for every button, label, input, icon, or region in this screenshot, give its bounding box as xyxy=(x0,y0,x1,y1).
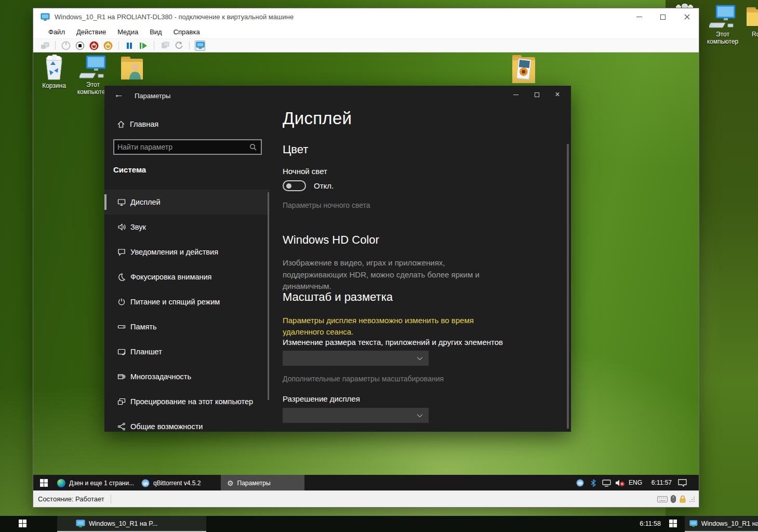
sidebar-item-tablet[interactable]: Планшет xyxy=(104,339,270,364)
sound-icon xyxy=(117,223,126,231)
ctrl-alt-del-icon xyxy=(41,42,49,49)
sidebar-item-shared-experiences[interactable]: Общие возможности xyxy=(104,414,270,432)
host-desktop-icon-this-pc[interactable]: Этот компьютер xyxy=(706,4,740,46)
night-light-label: Ночной свет xyxy=(283,167,327,176)
settings-main-pane: Дисплей Цвет Ночной свет Откл. Параметры… xyxy=(283,86,563,432)
tray-network-icon[interactable] xyxy=(600,475,613,491)
host-taskbar-item-vm[interactable]: Windows_10_R1 на P... xyxy=(57,516,206,532)
tray-qbittorrent-icon[interactable]: qb xyxy=(574,475,586,491)
shutdown-button[interactable] xyxy=(89,41,99,51)
save-state-button[interactable] xyxy=(103,41,113,51)
sidebar-item-label: Память xyxy=(130,323,157,331)
sidebar-item-notifications[interactable]: Уведомления и действия xyxy=(104,240,270,264)
action-center-icon[interactable] xyxy=(675,475,689,491)
scale-dropdown[interactable] xyxy=(283,351,429,366)
turn-off-button[interactable] xyxy=(75,41,85,51)
folder-icon xyxy=(744,4,758,29)
vm-minimize-button[interactable] xyxy=(627,8,651,25)
vm-desktop-icon-pictures-folder[interactable] xyxy=(505,53,542,86)
vm-desktop-icon-recycle-bin[interactable]: Корзина xyxy=(35,55,73,89)
sidebar-item-multitasking[interactable]: Многозадачность xyxy=(104,364,270,389)
resolution-label: Разрешение дисплея xyxy=(283,394,360,403)
sidebar-item-home[interactable]: Главная xyxy=(104,115,270,134)
advanced-scaling-link[interactable]: Дополнительные параметры масштабирования xyxy=(283,375,444,383)
edge-icon xyxy=(57,479,65,487)
focus-assist-icon xyxy=(117,273,126,281)
settings-scrollbar[interactable] xyxy=(567,144,569,429)
checkpoint-icon xyxy=(161,42,169,49)
sidebar-item-storage[interactable]: Память xyxy=(104,314,270,339)
menu-view[interactable]: Вид xyxy=(144,26,168,37)
resolution-dropdown[interactable] xyxy=(283,408,429,423)
host-start-button-secondary[interactable] xyxy=(669,520,677,527)
vmconnect-icon xyxy=(76,520,85,528)
night-light-toggle[interactable] xyxy=(283,180,306,191)
sidebar-item-label: Дисплей xyxy=(130,198,161,206)
sidebar-item-label: Фокусировка внимания xyxy=(130,273,211,281)
vm-desktop-icon-user-folder[interactable] xyxy=(113,55,151,83)
power-button-disabled[interactable] xyxy=(61,41,71,51)
enhanced-session-button[interactable] xyxy=(195,41,205,51)
sidebar-item-power-sleep[interactable]: Питание и спящий режим xyxy=(104,289,270,314)
host-desktop-icon-folder[interactable]: Ron xyxy=(742,4,758,38)
host-taskbar-item-vm-secondary[interactable]: Windows_10_R1 на P. xyxy=(685,516,758,532)
vm-taskbar-item-settings[interactable]: ⚙ Параметры xyxy=(221,475,304,491)
hdr-section-heading: Windows HD Color xyxy=(283,233,379,247)
tray-volume-muted-icon[interactable] xyxy=(613,475,627,491)
sidebar-item-sound[interactable]: Звук xyxy=(104,215,270,240)
windows-logo-icon xyxy=(669,520,677,527)
host-taskbar: Windows_10_R1 на P... 6:11:58 Windows_10… xyxy=(0,516,758,532)
vm-statusbar: Состояние: Работает xyxy=(33,490,699,507)
hdr-description: Изображение в видео, играх и приложениях… xyxy=(283,257,505,292)
ctrl-alt-del-button[interactable] xyxy=(39,41,50,51)
host-recycle-bin-icon[interactable] xyxy=(673,0,695,8)
menu-file[interactable]: Файл xyxy=(43,26,71,37)
sidebar-scrollbar[interactable] xyxy=(268,192,269,400)
qbittorrent-icon: qb xyxy=(141,479,150,487)
sidebar-section-label: Система xyxy=(113,165,146,174)
night-light-settings-link[interactable]: Параметры ночного света xyxy=(283,201,370,209)
sidebar-item-label: Уведомления и действия xyxy=(130,248,218,256)
home-icon xyxy=(117,120,125,128)
toolbar-separator xyxy=(154,41,154,50)
gear-icon: ⚙ xyxy=(227,480,234,487)
taskbar-item-label: Дзен и еще 1 страни... xyxy=(69,480,134,487)
tray-bluetooth-icon[interactable] xyxy=(588,475,599,491)
host-clock[interactable]: 6:11:58 xyxy=(613,516,661,532)
remote-session-warning: Параметры дисплея невозможно изменить во… xyxy=(283,315,510,338)
menu-help[interactable]: Справка xyxy=(168,26,206,37)
vm-connection-window: Windows_10_R1 на PROLIANT-DL380 - подклю… xyxy=(33,8,699,508)
dual-monitor-desktop: Этот компьютер Ron Windows_10_R1 на PROL… xyxy=(0,0,758,532)
sidebar-item-display[interactable]: Дисплей xyxy=(104,190,270,215)
sidebar-item-label: Звук xyxy=(130,223,146,231)
vm-menubar: Файл Действие Медиа Вид Справка xyxy=(33,25,699,38)
this-pc-icon xyxy=(709,4,736,29)
vm-taskbar-clock[interactable]: 6:11:57 xyxy=(647,475,672,491)
host-start-button[interactable] xyxy=(19,520,26,527)
menu-media[interactable]: Медиа xyxy=(112,26,144,37)
revert-button[interactable] xyxy=(174,41,184,51)
resize-grip[interactable] xyxy=(689,496,695,502)
vm-start-button[interactable] xyxy=(36,475,51,491)
tray-language-indicator[interactable]: ENG xyxy=(629,475,642,491)
sidebar-item-projecting[interactable]: Проецирование на этот компьютер xyxy=(104,389,270,414)
settings-sidebar-nav: Дисплей Звук Уведомления и действия xyxy=(104,190,270,432)
vm-screen: Корзина Этот компьютер xyxy=(33,52,699,491)
vm-close-button[interactable] xyxy=(675,8,699,25)
tablet-icon xyxy=(117,348,126,356)
search-input[interactable] xyxy=(114,143,249,151)
menu-action[interactable]: Действие xyxy=(71,26,112,37)
vm-taskbar-item-edge[interactable]: Дзен и еще 1 страни... xyxy=(52,475,135,491)
back-button[interactable]: ← xyxy=(114,89,124,100)
pause-button[interactable] xyxy=(124,41,135,51)
enhanced-session-icon xyxy=(196,42,205,49)
resume-button[interactable] xyxy=(138,41,149,51)
vm-maximize-button[interactable] xyxy=(651,8,675,25)
taskbar-item-label: Параметры xyxy=(237,480,271,487)
turn-off-icon xyxy=(75,41,85,50)
shutdown-icon xyxy=(89,41,99,50)
vm-taskbar-item-qbittorrent[interactable]: qb qBittorrent v4.5.2 xyxy=(136,475,219,491)
multitasking-icon xyxy=(117,373,126,381)
checkpoint-button[interactable] xyxy=(159,41,170,51)
sidebar-item-focus-assist[interactable]: Фокусировка внимания xyxy=(104,264,270,289)
